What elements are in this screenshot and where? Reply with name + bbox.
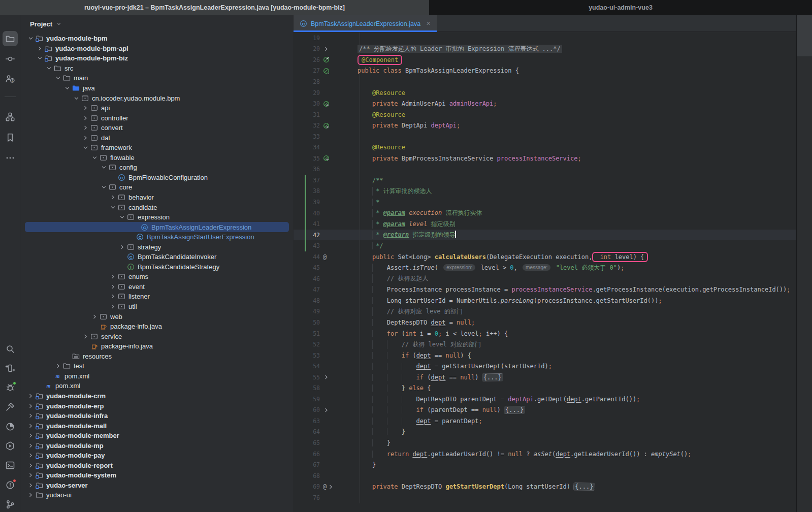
code-text[interactable]: } [345,461,376,468]
chevron-expanded-icon[interactable] [81,144,90,151]
line-number[interactable]: 47 [294,286,320,293]
autowire-icon[interactable] [323,122,330,129]
tree-row-controller[interactable]: controller [20,113,293,123]
code-text[interactable]: public Set<Long> calculateUsers(Delegate… [345,253,648,261]
code-text[interactable]: * @return 指定级别的领导 [345,231,456,239]
line-number[interactable]: 46 [294,275,320,282]
code-text[interactable]: return dept.getLeaderUserId() != null ? … [345,451,692,458]
tree-row-bpmtaskassignleaderexpression[interactable]: CBpmTaskAssignLeaderExpression [25,222,289,232]
chevron-collapsed-icon[interactable] [81,115,90,121]
chevron-collapsed-icon[interactable] [81,135,90,141]
code-text[interactable]: DeptRespDTO dept = null; [345,319,475,326]
code-line-64[interactable]: 64 } [294,427,796,438]
fold-arrow-icon[interactable] [323,46,330,52]
code-line-20[interactable]: 20/** 分配给发起人的 Leader 审批的 Expression 流程表达… [294,44,796,55]
code-line-55[interactable]: 55 if (dept == null) {...} [294,372,796,383]
tree-row-bpmtaskassignstartuserexpression[interactable]: CBpmTaskAssignStartUserExpression [20,232,293,242]
tree-row-listener[interactable]: listener [20,292,293,302]
chevron-expanded-icon[interactable] [100,184,108,190]
tree-row-convert[interactable]: convert [20,123,293,133]
chevron-expanded-icon[interactable] [36,55,44,61]
git-branch-icon[interactable] [3,497,18,512]
code-text[interactable]: public class BpmTaskAssignLeaderExpressi… [345,67,519,74]
tree-row-yudao-module-mp[interactable]: yudao-module-mp [20,440,293,451]
code-line-54[interactable]: 54 dept = getStartUserDept(startUserId); [294,361,796,372]
code-line-31[interactable]: 31 @Resource [294,109,796,120]
chevron-collapsed-icon[interactable] [90,313,99,320]
line-number[interactable]: 50 [294,319,320,326]
line-number[interactable]: 67 [294,461,320,468]
code-text[interactable]: if (dept == null) { [345,352,471,359]
code-text[interactable]: Long startUserId = NumberUtils.parseLong… [345,297,662,304]
project-panel-header[interactable]: Project [20,15,293,33]
project-icon[interactable] [3,31,18,46]
line-number[interactable]: 60 [294,406,320,413]
line-number[interactable]: 37 [294,177,320,184]
chevron-collapsed-icon[interactable] [81,124,90,131]
chevron-expanded-icon[interactable] [72,95,81,102]
chevron-collapsed-icon[interactable] [26,423,35,429]
code-line-68[interactable]: 68 [294,470,796,482]
code-line-44[interactable]: 44@ public Set<Long> calculateUsers(Dele… [294,251,796,263]
code-text[interactable]: * @param level 指定级别 [345,220,456,229]
code-line-27[interactable]: 27public class BpmTaskAssignLeaderExpres… [294,66,796,77]
code-line-60[interactable]: 60 if (parentDept == null) {...} [294,405,796,416]
code-text[interactable]: private BpmProcessInstanceService proces… [345,155,581,162]
code-line-45[interactable]: 45 Assert.isTrue( expression: level > 0,… [294,262,796,273]
line-number[interactable]: 44 [294,253,320,261]
code-text[interactable]: // 获得 level 对应的部门 [345,340,481,349]
code-line-48[interactable]: 48 Long startUserId = NumberUtils.parseL… [294,295,796,306]
line-number[interactable]: 41 [294,220,320,228]
tree-row-yudao-module-bpm-api[interactable]: yudao-module-bpm-api [20,44,293,54]
tree-row-main[interactable]: main [20,73,293,83]
code-text[interactable]: */ [345,242,383,249]
tree-row-yudao-module-report[interactable]: yudao-module-report [20,461,293,471]
code-line-26[interactable]: 26@Component [294,54,796,66]
code-text[interactable]: private DeptRespDTO getStartUserDept(Lon… [345,483,594,490]
code-line-69[interactable]: 69@ private DeptRespDTO getStartUserDept… [294,481,796,492]
code-text[interactable]: * [345,199,379,206]
code-text[interactable]: } [345,439,391,446]
chevron-collapsed-icon[interactable] [109,293,117,300]
chevron-collapsed-icon[interactable] [109,303,117,310]
chevron-collapsed-icon[interactable] [26,432,35,439]
line-number[interactable]: 68 [294,472,320,479]
background-window-edge[interactable] [796,15,812,512]
chevron-collapsed-icon[interactable] [109,194,117,201]
code-text[interactable]: for (int i = 0; i < level; i++) { [345,330,508,337]
code-line-28[interactable]: 28 [294,76,796,87]
editor-tab[interactable]: C BpmTaskAssignLeaderExpression.java ✕ [294,15,437,32]
chevron-collapsed-icon[interactable] [26,462,35,469]
tree-row-bpmtaskcandidatestrategy[interactable]: IBpmTaskCandidateStrategy [20,262,293,272]
problems-icon[interactable] [3,477,18,493]
tree-row-yudao-module-infra[interactable]: yudao-module-infra [20,411,293,421]
folded-code-chip[interactable]: {...} [504,406,525,413]
code-line-29[interactable]: 29 @Resource [294,87,796,99]
chevron-collapsed-icon[interactable] [118,244,126,250]
code-line-66[interactable]: 66 return dept.getLeaderUserId() != null… [294,449,796,460]
code-line-40[interactable]: 40 * @param execution 流程执行实体 [294,208,796,219]
chevron-collapsed-icon[interactable] [26,472,35,478]
tree-row-pom-xml[interactable]: mpom.xml [20,381,293,391]
line-number[interactable]: 29 [294,89,320,97]
tree-row-yudao-module-system[interactable]: yudao-module-system [20,470,293,481]
background-window-title[interactable]: yudao-ui-admin-vue3 [429,0,812,15]
tree-row-src[interactable]: src [20,63,293,74]
line-number[interactable]: 53 [294,352,320,359]
tree-row-candidate[interactable]: candidate [20,202,293,212]
tree-row-yudao-module-bpm-biz[interactable]: yudao-module-bpm-biz [20,53,293,63]
chevron-collapsed-icon[interactable] [26,452,35,459]
structure-icon[interactable] [3,109,18,124]
commit-icon[interactable] [3,51,18,67]
code-text[interactable]: ProcessInstance processInstance = proces… [345,286,791,293]
code-line-38[interactable]: 38 * 计算审批的候选人 [294,186,796,197]
chevron-collapsed-icon[interactable] [54,363,62,369]
spring-check-icon[interactable] [323,56,330,63]
code-text[interactable]: } else { [345,385,431,392]
code-line-63[interactable]: 63 dept = parentDept; [294,415,796,427]
line-number[interactable]: 19 [294,35,320,42]
terminal-icon[interactable] [3,458,18,473]
tree-row-cn-iocoder-yudao-module-bpm[interactable]: cn.iocoder.yudao.module.bpm [20,93,293,103]
line-number[interactable]: 54 [294,363,320,370]
tree-row-package-info-java[interactable]: package-info.java [20,322,293,332]
